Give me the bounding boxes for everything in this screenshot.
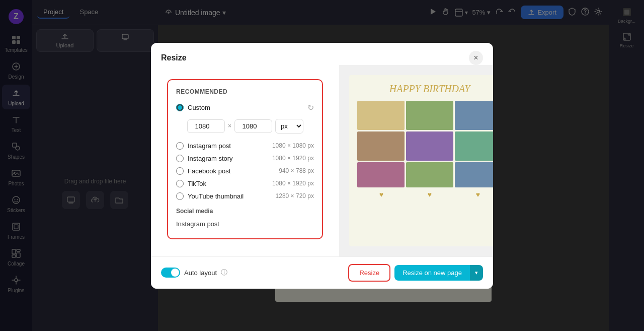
modal-footer: Auto layout ⓘ Resize Resize on new page …	[151, 256, 493, 289]
instagram-story-size: 1080 × 1920 px	[272, 155, 314, 162]
facebook-post-size: 940 × 788 px	[279, 167, 314, 174]
unit-select[interactable]: px in cm mm	[275, 119, 303, 134]
youtube-thumbnail-option[interactable]: YouTube thumbnail 1280 × 720 px	[176, 190, 314, 203]
social-instagram-post-item[interactable]: Instagram post	[176, 218, 314, 230]
preview-cell-9	[455, 162, 493, 187]
tiktok-radio[interactable]	[176, 180, 184, 187]
facebook-post-option[interactable]: Facebook post 940 × 788 px	[176, 165, 314, 177]
tiktok-size: 1080 × 1920 px	[272, 180, 314, 187]
custom-label: Custom	[188, 104, 303, 111]
preview-heart-row: ♥ ♥ ♥	[357, 190, 493, 198]
modal-title: Resize	[161, 53, 187, 62]
preview-cell-6	[455, 131, 493, 161]
modal-close-button[interactable]: ×	[469, 51, 483, 65]
tiktok-option[interactable]: TikTok 1080 × 1920 px	[176, 177, 314, 190]
youtube-radio[interactable]	[176, 192, 184, 200]
auto-layout-control: Auto layout ⓘ	[161, 268, 227, 278]
resize-new-page-button[interactable]: Resize on new page	[394, 265, 470, 281]
footer-buttons: Resize Resize on new page ▾	[348, 264, 483, 282]
refresh-icon[interactable]: ↻	[307, 103, 314, 112]
preview-card-title: HAPPY BIRTHDAY	[389, 83, 470, 95]
instagram-story-label: Instagram story	[188, 155, 268, 162]
preview-cell-3	[455, 101, 493, 130]
instagram-post-option[interactable]: Instagram post 1080 × 1080 px	[176, 140, 314, 152]
tiktok-label: TikTok	[188, 180, 268, 187]
width-input[interactable]	[187, 119, 225, 133]
preview-grid-bottom	[357, 162, 493, 187]
instagram-story-radio[interactable]	[176, 155, 184, 162]
instagram-story-option[interactable]: Instagram story 1080 × 1920 px	[176, 152, 314, 165]
custom-option[interactable]: Custom ↻	[176, 100, 314, 115]
resize-new-page-group: Resize on new page ▾	[394, 265, 483, 281]
preview-cell-7	[357, 162, 405, 187]
facebook-post-radio[interactable]	[176, 167, 184, 175]
recommended-label: Recommended	[176, 88, 314, 95]
dimension-separator: ×	[228, 122, 231, 129]
auto-layout-toggle[interactable]	[161, 268, 180, 278]
instagram-post-size: 1080 × 1080 px	[272, 142, 314, 149]
preview-cell-4	[357, 131, 405, 161]
auto-layout-label: Auto layout	[184, 269, 217, 277]
custom-radio[interactable]	[176, 104, 184, 111]
info-icon[interactable]: ⓘ	[221, 268, 227, 277]
instagram-post-label: Instagram post	[188, 142, 268, 150]
instagram-post-radio[interactable]	[176, 142, 184, 150]
preview-heart-3: ♥	[476, 190, 480, 198]
preview-heart-1: ♥	[379, 190, 383, 198]
preview-cell-1	[357, 101, 405, 130]
resize-button[interactable]: Resize	[348, 264, 390, 282]
preview-grid-top	[357, 101, 493, 161]
modal-overlay: Resize × Recommended Custom ↻	[0, 0, 644, 331]
resize-modal: Resize × Recommended Custom ↻	[151, 43, 493, 289]
height-input[interactable]	[234, 119, 272, 133]
resize-new-page-dropdown[interactable]: ▾	[470, 265, 483, 281]
modal-body: Recommended Custom ↻ ×	[151, 65, 493, 256]
preview-canvas: HAPPY BIRTHDAY	[339, 65, 493, 256]
modal-preview-area: HAPPY BIRTHDAY	[339, 65, 493, 256]
preview-cell-8	[406, 162, 453, 187]
youtube-label: YouTube thumbnail	[188, 192, 272, 200]
youtube-size: 1280 × 720 px	[276, 192, 314, 200]
custom-size-inputs: × px in cm mm	[187, 119, 314, 134]
preview-cell-5	[406, 131, 453, 161]
preview-cell-2	[406, 101, 453, 130]
preview-card: HAPPY BIRTHDAY	[349, 75, 493, 246]
toggle-knob	[171, 269, 179, 277]
facebook-post-label: Facebook post	[188, 167, 275, 175]
resize-options-panel: Recommended Custom ↻ ×	[167, 79, 323, 239]
preview-heart-2: ♥	[428, 190, 432, 198]
social-media-label: Social media	[176, 208, 314, 215]
app-container: Z Templates Design	[0, 0, 644, 331]
